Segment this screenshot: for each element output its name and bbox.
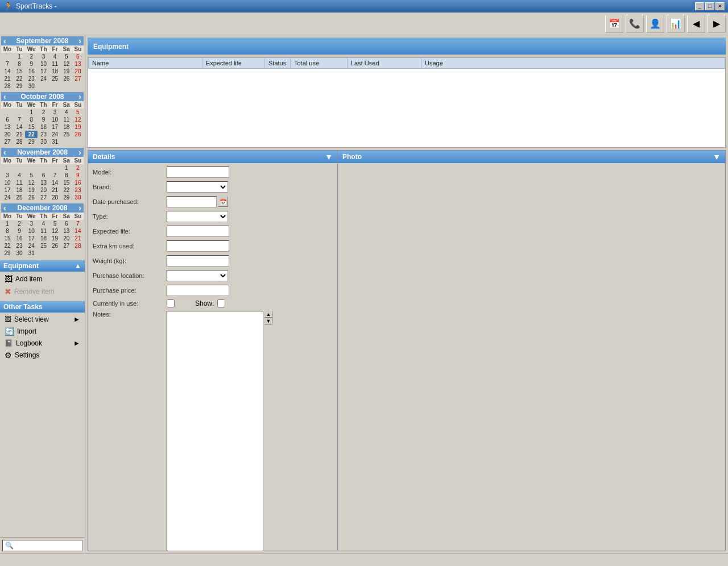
currently-in-use-checkbox[interactable] (167, 299, 175, 307)
calendar-nov-next[interactable]: › (78, 148, 81, 156)
phone-toolbar-button[interactable]: 📞 (626, 15, 644, 33)
cal-day[interactable]: 10 (49, 116, 61, 123)
cal-day[interactable]: 29 (25, 138, 38, 145)
cal-day[interactable]: 21 (14, 131, 25, 138)
cal-day[interactable]: 25 (49, 75, 61, 82)
cal-day[interactable]: 2 (25, 53, 38, 60)
cal-day[interactable]: 5 (25, 172, 38, 179)
cal-day[interactable]: 12 (72, 116, 84, 123)
cal-day[interactable]: 23 (25, 75, 38, 82)
cal-day[interactable]: 11 (14, 179, 25, 186)
cal-day[interactable]: 4 (49, 53, 61, 60)
purchase-location-select[interactable] (167, 270, 228, 281)
cal-day[interactable]: 20 (72, 68, 84, 75)
back-toolbar-button[interactable]: ◀ (687, 15, 705, 33)
cal-day[interactable]: 1 (61, 164, 72, 172)
cal-day[interactable]: 6 (38, 172, 49, 179)
cal-day[interactable]: 25 (61, 131, 72, 138)
expected-life-input[interactable] (167, 226, 229, 237)
photo-collapse-button[interactable]: ▼ (713, 152, 721, 161)
cal-day[interactable]: 15 (1, 235, 14, 242)
cal-day[interactable]: 10 (38, 60, 49, 68)
cal-day[interactable]: 24 (25, 242, 38, 249)
cal-day[interactable] (25, 164, 38, 172)
minimize-button[interactable]: _ (695, 2, 704, 10)
cal-day[interactable]: 20 (38, 186, 49, 194)
cal-day[interactable]: 10 (1, 179, 14, 186)
cal-day[interactable]: 1 (14, 53, 25, 60)
cal-day[interactable]: 28 (49, 194, 61, 201)
add-item-button[interactable]: 🖼 Add item (0, 273, 85, 285)
cal-day[interactable] (1, 164, 14, 172)
details-collapse-button[interactable]: ▼ (325, 152, 333, 161)
cal-day[interactable]: 15 (14, 68, 25, 75)
cal-day[interactable]: 29 (61, 194, 72, 201)
cal-day[interactable]: 31 (25, 249, 38, 257)
cal-day[interactable]: 5 (61, 53, 72, 60)
cal-day[interactable]: 12 (25, 179, 38, 186)
cal-day[interactable]: 26 (61, 75, 72, 82)
cal-day[interactable]: 3 (1, 172, 14, 179)
cal-day[interactable] (49, 249, 61, 257)
maximize-button[interactable]: □ (705, 2, 714, 10)
cal-day[interactable]: 22 (14, 75, 25, 82)
notes-scroll-up[interactable]: ▲ (264, 311, 272, 318)
cal-day[interactable]: 18 (61, 123, 72, 131)
calendar-dec-prev[interactable]: ‹ (3, 204, 6, 212)
cal-day[interactable]: 20 (61, 235, 72, 242)
cal-day[interactable]: 19 (72, 123, 84, 131)
cal-day[interactable]: 12 (49, 227, 61, 235)
cal-day[interactable]: 24 (49, 131, 61, 138)
cal-day[interactable] (38, 249, 49, 257)
cal-day[interactable]: 22 (61, 186, 72, 194)
calendar-dec-next[interactable]: › (78, 204, 81, 212)
cal-day[interactable]: 1 (25, 109, 38, 116)
cal-day[interactable]: 6 (72, 53, 84, 60)
cal-day[interactable]: 17 (38, 68, 49, 75)
cal-day[interactable]: 21 (72, 235, 84, 242)
cal-day[interactable]: 9 (72, 172, 84, 179)
notes-scroll-down[interactable]: ▼ (264, 318, 272, 324)
cal-day[interactable]: 4 (61, 109, 72, 116)
weight-input[interactable] (167, 255, 229, 267)
cal-day[interactable]: 26 (49, 242, 61, 249)
cal-day[interactable]: 2 (72, 164, 84, 172)
show-checkbox[interactable] (217, 299, 225, 307)
cal-day[interactable]: 30 (38, 138, 49, 145)
calendar-prev-button[interactable]: ‹ (3, 37, 6, 45)
cal-day[interactable]: 4 (38, 220, 49, 227)
cal-day[interactable]: 12 (61, 60, 72, 68)
cal-day[interactable]: 17 (49, 123, 61, 131)
select-view-item[interactable]: 🖼 Select view ► (0, 314, 85, 325)
cal-day[interactable]: 18 (49, 68, 61, 75)
cal-day[interactable]: 23 (72, 186, 84, 194)
cal-day[interactable]: 7 (14, 116, 25, 123)
purchase-price-input[interactable] (167, 285, 229, 296)
cal-day[interactable]: 2 (14, 220, 25, 227)
cal-day[interactable]: 29 (14, 82, 25, 90)
import-item[interactable]: 🔄 Import (0, 325, 85, 338)
chart-toolbar-button[interactable]: 📊 (667, 15, 685, 33)
model-input[interactable] (167, 167, 229, 178)
cal-day[interactable]: 28 (1, 82, 14, 90)
cal-day[interactable]: 29 (1, 249, 14, 257)
cal-day[interactable]: 17 (25, 235, 38, 242)
cal-day[interactable]: 22 (1, 242, 14, 249)
cal-day[interactable]: 4 (14, 172, 25, 179)
cal-day[interactable]: 25 (14, 194, 25, 201)
cal-day[interactable]: 27 (61, 242, 72, 249)
cal-day[interactable]: 17 (1, 186, 14, 194)
extra-km-input[interactable] (167, 240, 229, 252)
search-input[interactable] (14, 541, 80, 550)
cal-day[interactable]: 30 (72, 194, 84, 201)
cal-day[interactable]: 24 (1, 194, 14, 201)
cal-day[interactable]: 1 (1, 220, 14, 227)
cal-day[interactable]: 19 (49, 235, 61, 242)
cal-day[interactable]: 10 (25, 227, 38, 235)
cal-day[interactable]: 14 (1, 68, 14, 75)
cal-day[interactable]: 15 (25, 123, 38, 131)
cal-day[interactable]: 11 (61, 116, 72, 123)
cal-day[interactable]: 20 (1, 131, 14, 138)
cal-day[interactable] (72, 138, 84, 145)
forward-toolbar-button[interactable]: ▶ (708, 15, 726, 33)
